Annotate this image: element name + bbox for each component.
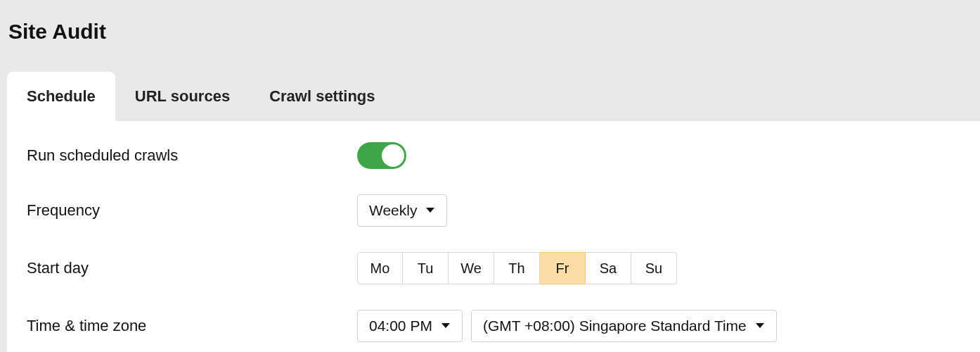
time-label: Time & time zone	[27, 317, 357, 335]
day-fr[interactable]: Fr	[540, 252, 586, 284]
start-day-label: Start day	[27, 259, 357, 277]
tab-crawl-settings[interactable]: Crawl settings	[250, 72, 394, 121]
frequency-label: Frequency	[27, 201, 357, 220]
row-run-scheduled: Run scheduled crawls	[27, 142, 960, 169]
day-su[interactable]: Su	[631, 252, 677, 284]
day-tu[interactable]: Tu	[403, 252, 449, 284]
timezone-value: (GMT +08:00) Singapore Standard Time	[483, 318, 747, 334]
frequency-value: Weekly	[369, 202, 417, 219]
toggle-knob	[382, 144, 404, 167]
tab-schedule[interactable]: Schedule	[7, 72, 115, 121]
day-th[interactable]: Th	[494, 252, 540, 284]
day-group: Mo Tu We Th Fr Sa Su	[357, 252, 677, 284]
page-title: Site Audit	[0, 0, 980, 44]
time-select[interactable]: 04:00 PM	[357, 310, 463, 342]
chevron-down-icon	[441, 322, 451, 329]
timezone-select[interactable]: (GMT +08:00) Singapore Standard Time	[471, 310, 777, 342]
time-value: 04:00 PM	[369, 318, 432, 334]
time-group: 04:00 PM (GMT +08:00) Singapore Standard…	[357, 310, 777, 342]
frequency-select[interactable]: Weekly	[357, 194, 447, 227]
day-sa[interactable]: Sa	[586, 252, 631, 284]
row-frequency: Frequency Weekly	[27, 194, 960, 227]
run-scheduled-toggle[interactable]	[357, 142, 406, 169]
day-we[interactable]: We	[449, 252, 494, 284]
tab-url-sources[interactable]: URL sources	[115, 72, 250, 121]
row-start-day: Start day Mo Tu We Th Fr Sa Su	[27, 252, 960, 284]
chevron-down-icon	[755, 322, 765, 329]
run-scheduled-label: Run scheduled crawls	[27, 146, 357, 165]
day-mo[interactable]: Mo	[357, 252, 403, 284]
chevron-down-icon	[425, 207, 435, 214]
tabs: Schedule URL sources Crawl settings	[0, 72, 980, 121]
row-time: Time & time zone 04:00 PM (GMT +08:00) S…	[27, 310, 960, 342]
schedule-panel: Run scheduled crawls Frequency Weekly St…	[7, 121, 980, 352]
